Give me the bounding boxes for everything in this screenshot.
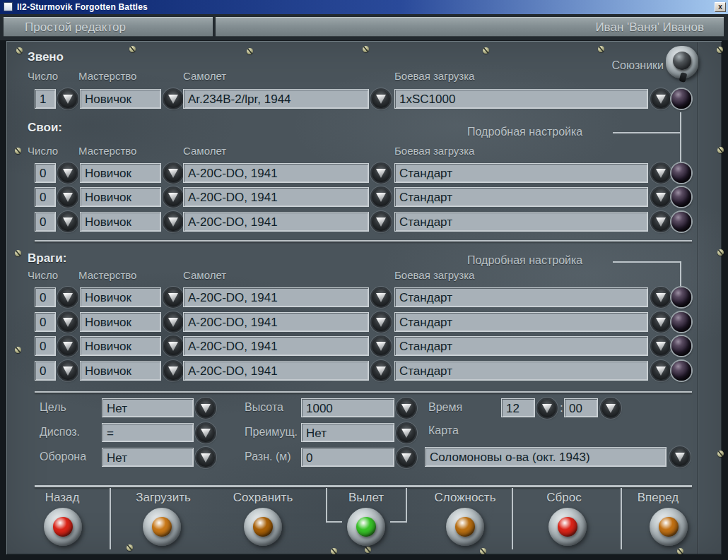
loadout-field[interactable]: Стандарт [394,212,648,232]
skill-field[interactable]: Новичок [80,89,161,109]
plane-field[interactable]: A-20C-DO, 1941 [183,163,369,183]
number-dropdown-button[interactable] [59,337,77,355]
number-field[interactable]: 0 [35,163,56,183]
loadout-field[interactable]: 1xSC1000 [394,89,648,109]
loadout-field[interactable]: Стандарт [394,187,648,207]
number-field[interactable]: 0 [35,287,56,307]
plane-field[interactable]: A-20C-DO, 1941 [183,287,369,307]
time-hours-dropdown-button[interactable] [538,399,556,417]
loadout-dropdown-button[interactable] [652,313,670,331]
loadout-field[interactable]: Стандарт [394,163,648,183]
loadout-field[interactable]: Стандарт [394,336,648,356]
defense-field[interactable]: Нет [102,448,194,467]
plane-field[interactable]: A-20C-DO, 1941 [183,336,369,356]
skill-dropdown-button[interactable] [164,313,182,331]
target-field[interactable]: Нет [102,398,194,417]
spread-dropdown-button[interactable] [397,448,416,467]
skill-dropdown-button[interactable] [164,90,182,108]
skill-field[interactable]: Новичок [80,163,161,183]
plane-field[interactable]: A-20C-DO, 1941 [183,312,369,332]
skill-field[interactable]: Новичок [80,361,161,381]
number-dropdown-button[interactable] [59,288,77,306]
loadout-field[interactable]: Стандарт [394,361,648,381]
defense-dropdown-button[interactable] [196,448,215,467]
skill-dropdown-button[interactable] [164,288,182,306]
detail-indicator-light[interactable] [671,187,691,207]
number-dropdown-button[interactable] [59,313,77,331]
fly-button[interactable] [347,508,385,546]
plane-dropdown-button[interactable] [372,288,390,306]
loadout-dropdown-button[interactable] [652,188,670,206]
time-minutes-dropdown-button[interactable] [601,399,620,417]
number-field[interactable]: 0 [35,361,56,381]
disposition-field[interactable]: = [102,423,194,442]
detail-indicator-light[interactable] [671,163,691,183]
plane-field[interactable]: A-20C-DO, 1941 [183,187,369,207]
skill-field[interactable]: Новичок [80,336,161,356]
detail-indicator-light[interactable] [671,89,691,109]
loadout-field[interactable]: Стандарт [394,312,648,332]
plane-dropdown-button[interactable] [372,90,390,108]
back-button[interactable] [44,508,82,546]
altitude-dropdown-button[interactable] [397,399,416,417]
close-button[interactable]: x [715,2,726,12]
plane-dropdown-button[interactable] [372,337,390,355]
plane-dropdown-button[interactable] [372,362,390,380]
map-dropdown-button[interactable] [671,448,689,466]
number-dropdown-button[interactable] [59,188,77,206]
time-hours-field[interactable]: 12 [501,398,535,417]
loadout-dropdown-button[interactable] [652,288,670,306]
skill-field[interactable]: Новичок [80,212,161,232]
plane-dropdown-button[interactable] [372,213,390,231]
detail-indicator-light[interactable] [671,287,691,307]
pilot-name-tab[interactable]: Иван 'Ваня' Иванов [216,17,724,37]
plane-dropdown-button[interactable] [372,188,390,206]
window-titlebar[interactable]: Il2-Sturmovik Forgotten Battles x [0,0,728,15]
number-field[interactable]: 1 [35,89,56,109]
skill-field[interactable]: Новичок [80,287,161,307]
plane-field[interactable]: A-20C-DO, 1941 [183,212,369,232]
number-dropdown-button[interactable] [59,213,77,231]
plane-field[interactable]: A-20C-DO, 1941 [183,361,369,381]
skill-dropdown-button[interactable] [164,213,182,231]
plane-dropdown-button[interactable] [372,164,390,182]
number-dropdown-button[interactable] [59,90,77,108]
detail-indicator-light[interactable] [671,336,691,356]
target-dropdown-button[interactable] [196,399,215,417]
map-field[interactable]: Соломоновы о-ва (окт. 1943) [425,447,667,467]
difficulty-button[interactable] [446,508,484,546]
loadout-field[interactable]: Стандарт [394,287,648,307]
time-minutes-field[interactable]: 00 [564,398,598,417]
save-button[interactable] [244,508,282,546]
plane-field[interactable]: Ar.234B-2/lpr, 1944 [183,89,369,109]
forward-button[interactable] [650,508,688,546]
number-field[interactable]: 0 [35,312,56,332]
detail-indicator-light[interactable] [671,312,691,332]
reset-button[interactable] [548,508,587,546]
loadout-dropdown-button[interactable] [652,164,670,182]
loadout-dropdown-button[interactable] [652,213,670,231]
disposition-dropdown-button[interactable] [196,424,215,442]
spread-field[interactable]: 0 [301,448,394,467]
skill-dropdown-button[interactable] [164,362,182,380]
detail-indicator-light[interactable] [671,212,691,232]
skill-dropdown-button[interactable] [164,164,182,182]
skill-dropdown-button[interactable] [164,337,182,355]
loadout-dropdown-button[interactable] [652,337,670,355]
altitude-field[interactable]: 1000 [301,398,394,417]
advantage-field[interactable]: Нет [301,423,394,442]
plane-dropdown-button[interactable] [372,313,390,331]
number-dropdown-button[interactable] [59,164,77,182]
number-field[interactable]: 0 [35,212,56,232]
load-button[interactable] [143,508,181,546]
skill-dropdown-button[interactable] [164,188,182,206]
detail-indicator-light[interactable] [671,361,691,381]
loadout-dropdown-button[interactable] [652,362,670,380]
skill-field[interactable]: Новичок [80,312,161,332]
loadout-dropdown-button[interactable] [652,90,670,108]
number-field[interactable]: 0 [35,187,56,207]
number-dropdown-button[interactable] [59,362,77,380]
skill-field[interactable]: Новичок [80,187,161,207]
number-field[interactable]: 0 [35,336,56,356]
advantage-dropdown-button[interactable] [397,424,416,442]
